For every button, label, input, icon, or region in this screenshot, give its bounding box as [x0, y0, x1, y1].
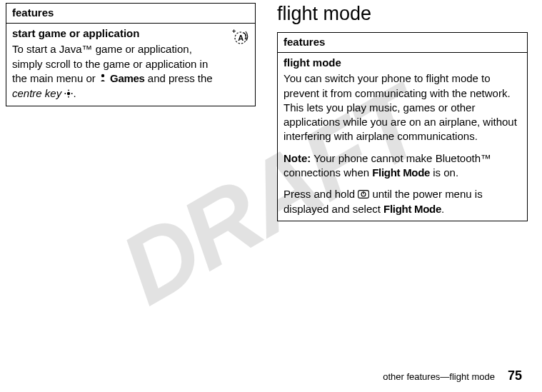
svg-point-1 — [67, 92, 70, 95]
right-table-header: features — [278, 33, 528, 53]
right-column: flight mode features flight mode You can… — [277, 3, 528, 221]
right-p2: Note: Your phone cannot make Bluetooth™ … — [283, 151, 521, 181]
p2-a: Your phone cannot make Bluetooth — [311, 152, 481, 164]
right-table-cell: flight mode You can switch your phone to… — [278, 53, 528, 221]
left-column: features start game or application To st… — [6, 3, 256, 221]
right-features-table: features flight mode You can switch your… — [277, 32, 528, 221]
antenna-plus-icon: +A — [231, 35, 249, 47]
svg-point-2 — [68, 89, 69, 91]
svg-text:+: + — [232, 28, 236, 35]
page-content: features start game or application To st… — [0, 0, 542, 221]
p3-a: Press and hold — [283, 188, 358, 200]
p2-b: connections when — [283, 166, 372, 179]
flight-mode-label-1: Flight Mode — [372, 166, 430, 179]
left-body-end: . — [73, 87, 76, 99]
p3-c: . — [441, 203, 444, 215]
page-number: 75 — [508, 368, 522, 383]
note-label: Note: — [283, 152, 311, 164]
power-key-icon — [358, 188, 369, 202]
left-subhead: start game or application — [12, 26, 224, 41]
svg-point-0 — [101, 74, 104, 76]
tm-1: ™ — [82, 43, 93, 55]
left-table-header: features — [6, 4, 256, 24]
joystick-icon — [99, 72, 107, 86]
centre-key-icon — [64, 87, 73, 101]
right-p1: You can switch your phone to flight mode… — [283, 71, 521, 144]
left-body-pre: To start a Java — [12, 43, 82, 55]
svg-point-4 — [65, 93, 66, 94]
flight-mode-label-2: Flight Mode — [383, 203, 441, 215]
right-subhead: flight mode — [283, 56, 521, 70]
tm-2: ™ — [481, 152, 491, 164]
right-p3: Press and hold until the power menu is d… — [283, 187, 521, 216]
left-table-cell: start game or application To start a Jav… — [6, 24, 256, 106]
p2-c: is on. — [430, 166, 458, 179]
footer-text: other features—flight mode — [383, 371, 495, 382]
svg-point-3 — [68, 96, 69, 98]
svg-text:A: A — [238, 34, 244, 42]
centre-key-text: centre key — [12, 87, 61, 99]
games-label: Games — [110, 72, 145, 84]
page-footer: other features—flight mode 75 — [383, 368, 522, 383]
left-features-table: features start game or application To st… — [6, 3, 256, 106]
section-title: flight mode — [277, 3, 528, 25]
left-body-post1: and press the — [145, 72, 213, 84]
